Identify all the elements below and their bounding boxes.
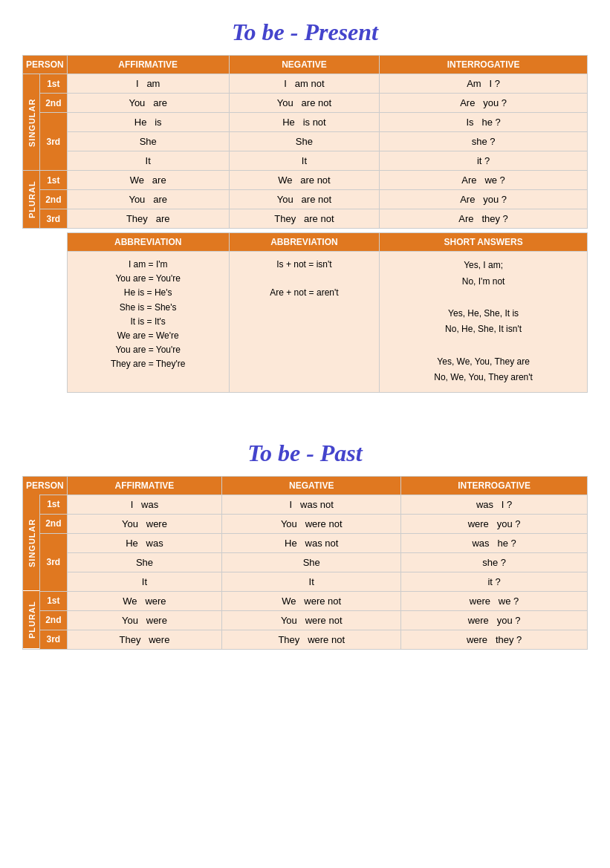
past-3rd-he-neg: He was not — [222, 533, 401, 552]
present-singular-3rd-he: 3rd He is He is not Is he ? — [23, 113, 588, 132]
present-plural-2nd-aff: You are — [67, 190, 229, 209]
past-plural-2nd-aff: You were — [67, 610, 222, 630]
past-plural-1st: PLURAL 1st We were We were not were we ? — [23, 591, 588, 610]
present-plural-1st-aff: We are — [67, 171, 229, 190]
past-plural-3rd-aff: They were — [67, 630, 222, 649]
present-3rd-he-neg: He is not — [229, 113, 379, 132]
past-2nd-neg: You were not — [222, 514, 401, 533]
past-3rd-it-aff: It — [67, 572, 222, 591]
present-plural-3rd: 3rd They are They are not Are they ? — [23, 209, 588, 229]
present-plural-1st-int: Are we ? — [380, 171, 588, 190]
past-plural-label: PLURAL — [23, 591, 40, 649]
present-abbrev-neg-content: Is + not = isn't Are + not = aren't — [229, 252, 379, 393]
past-plural-2nd: 2nd You were You were not were you ? — [23, 610, 588, 630]
past-3rd-it-int: it ? — [401, 572, 588, 591]
present-3rd-she-int: she ? — [380, 132, 588, 151]
past-plural-2nd-num: 2nd — [40, 610, 68, 630]
past-1st-neg: I was not — [222, 495, 401, 514]
present-abbrev-aff-header: ABBREVIATION — [67, 233, 229, 252]
past-plural-3rd-int: were they ? — [401, 630, 588, 649]
past-singular-3rd-he: 3rd He was He was not was he ? — [23, 533, 588, 552]
past-plural-1st-num: 1st — [40, 591, 68, 610]
past-plural-3rd-num: 3rd — [40, 630, 68, 649]
present-abbrev-neg-header: ABBREVIATION — [229, 233, 379, 252]
present-short-content: Yes, I am; No, I'm not Yes, He, She, It … — [380, 252, 588, 393]
past-3rd-it-neg: It — [222, 572, 401, 591]
past-3rd-num: 3rd — [40, 533, 68, 591]
present-2nd-aff: You are — [67, 94, 229, 113]
present-2nd-neg: You are not — [229, 94, 379, 113]
present-3rd-it-neg: It — [229, 151, 379, 171]
past-1st-num: 1st — [40, 495, 68, 514]
past-singular-2nd: 2nd You were You were not were you ? — [23, 514, 588, 533]
past-plural-1st-int: were we ? — [401, 591, 588, 610]
present-1st-neg: I am not — [229, 74, 379, 94]
present-singular-label: SINGULAR — [23, 74, 40, 171]
present-abbrev-content: I am = I'm You are = You're He is = He's… — [23, 252, 588, 393]
present-plural-3rd-neg: They are not — [229, 209, 379, 229]
present-title: To be - Present — [15, 19, 595, 46]
past-title: To be - Past — [15, 440, 595, 467]
present-singular-3rd-it: It It it ? — [23, 151, 588, 171]
present-1st-aff: I am — [67, 74, 229, 94]
past-3rd-he-int: was he ? — [401, 533, 588, 552]
past-3rd-she-neg: She — [222, 552, 401, 572]
present-plural-1st-num: 1st — [40, 171, 68, 190]
present-neg-header: NEGATIVE — [229, 56, 379, 74]
section-gap — [15, 406, 595, 428]
present-plural-2nd: 2nd You are You are not Are you ? — [23, 190, 588, 209]
present-3rd-it-int: it ? — [380, 151, 588, 171]
past-singular-1st: SINGULAR 1st I was I was not was I ? — [23, 495, 588, 514]
present-plural-2nd-num: 2nd — [40, 190, 68, 209]
present-plural-2nd-int: Are you ? — [380, 190, 588, 209]
past-singular-3rd-it: It It it ? — [23, 572, 588, 591]
present-plural-1st: PLURAL 1st We are We are not Are we ? — [23, 171, 588, 190]
present-3rd-num: 3rd — [40, 113, 68, 171]
present-aff-header: AFFIRMATIVE — [67, 56, 229, 74]
past-int-header: INTERROGATIVE — [401, 476, 588, 495]
past-plural-1st-aff: We were — [67, 591, 222, 610]
past-plural-2nd-neg: You were not — [222, 610, 401, 630]
past-1st-int: was I ? — [401, 495, 588, 514]
present-3rd-he-aff: He is — [67, 113, 229, 132]
past-2nd-int: were you ? — [401, 514, 588, 533]
present-2nd-num: 2nd — [40, 94, 68, 113]
past-3rd-she-int: she ? — [401, 552, 588, 572]
present-plural-2nd-neg: You are not — [229, 190, 379, 209]
past-singular-3rd-she: She She she ? — [23, 552, 588, 572]
past-2nd-num: 2nd — [40, 514, 68, 533]
past-1st-aff: I was — [67, 495, 222, 514]
past-3rd-he-aff: He was — [67, 533, 222, 552]
present-short-header: SHORT ANSWERS — [380, 233, 588, 252]
past-plural-3rd: 3rd They were They were not were they ? — [23, 630, 588, 649]
present-1st-num: 1st — [40, 74, 68, 94]
present-plural-label: PLURAL — [23, 171, 40, 229]
past-2nd-aff: You were — [67, 514, 222, 533]
present-person-header: PERSON — [23, 56, 68, 74]
past-person-header: PERSON — [23, 476, 68, 495]
past-aff-header: AFFIRMATIVE — [67, 476, 222, 495]
present-singular-1st: SINGULAR 1st I am I am not Am I ? — [23, 74, 588, 94]
present-3rd-it-aff: It — [67, 151, 229, 171]
present-3rd-he-int: Is he ? — [380, 113, 588, 132]
present-1st-int: Am I ? — [380, 74, 588, 94]
past-neg-header: NEGATIVE — [222, 476, 401, 495]
past-plural-3rd-neg: They were not — [222, 630, 401, 649]
past-3rd-she-aff: She — [67, 552, 222, 572]
present-singular-3rd-she: She She she ? — [23, 132, 588, 151]
past-table: PERSON AFFIRMATIVE NEGATIVE INTERROGATIV… — [22, 476, 588, 650]
past-singular-label: SINGULAR — [23, 495, 40, 591]
present-abbrev-aff-content: I am = I'm You are = You're He is = He's… — [67, 252, 229, 393]
present-singular-2nd: 2nd You are You are not Are you ? — [23, 94, 588, 113]
present-3rd-she-aff: She — [67, 132, 229, 151]
present-plural-3rd-num: 3rd — [40, 209, 68, 229]
present-abbrev-header-row: ABBREVIATION ABBREVIATION SHORT ANSWERS — [23, 233, 588, 252]
present-plural-3rd-aff: They are — [67, 209, 229, 229]
past-plural-1st-neg: We were not — [222, 591, 401, 610]
present-int-header: INTERROGATIVE — [380, 56, 588, 74]
present-3rd-she-neg: She — [229, 132, 379, 151]
past-plural-2nd-int: were you ? — [401, 610, 588, 630]
present-plural-3rd-int: Are they ? — [380, 209, 588, 229]
present-plural-1st-neg: We are not — [229, 171, 379, 190]
present-2nd-int: Are you ? — [380, 94, 588, 113]
